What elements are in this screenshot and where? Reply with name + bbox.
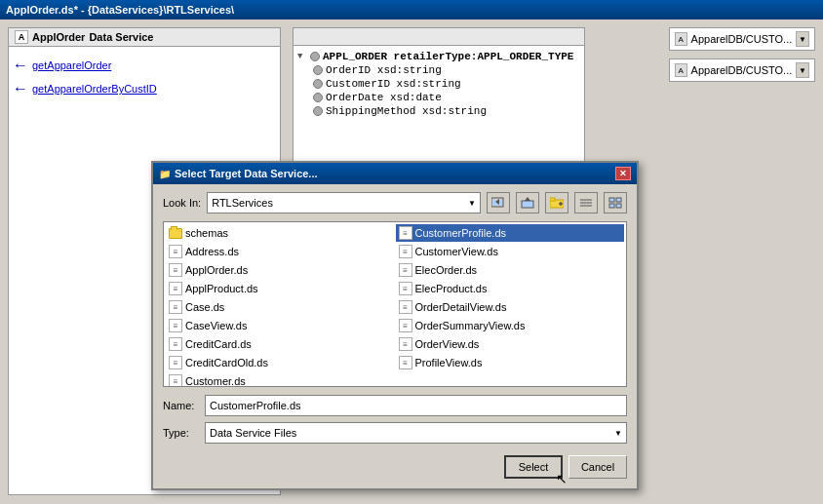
file-item[interactable]: OrderView.ds — [396, 335, 625, 353]
svg-rect-3 — [522, 201, 533, 208]
file-item[interactable]: CustomerView.ds — [396, 243, 625, 260]
select-btn-wrapper: Select ↖ — [504, 455, 563, 479]
dialog-title-left: 📁 Select Target Data Service... — [159, 168, 318, 179]
look-in-value: RTLServices — [212, 197, 273, 209]
ds-file-icon — [399, 263, 412, 277]
toolbar-btn-list[interactable] — [574, 192, 598, 213]
file-item[interactable]: schemas — [166, 224, 395, 242]
file-item[interactable]: Address.ds — [166, 243, 395, 260]
ds-file-icon — [399, 245, 412, 258]
ds-file-icon — [399, 337, 412, 351]
dialog-buttons: Select ↖ Cancel — [163, 453, 627, 481]
file-label: ApplOrder.ds — [185, 264, 248, 276]
file-label: ProfileView.ds — [415, 357, 483, 368]
file-item[interactable]: OrderSummaryView.ds — [396, 317, 625, 334]
ds-file-icon — [169, 374, 182, 387]
select-target-dialog: 📁 Select Target Data Service... ✕ Look I… — [151, 161, 639, 490]
file-label: ElecOrder.ds — [415, 264, 478, 276]
file-item[interactable]: ProfileView.ds — [396, 354, 625, 371]
file-label: CaseView.ds — [185, 320, 247, 331]
ds-file-icon — [169, 300, 182, 314]
file-label: CustomerProfile.ds — [415, 227, 507, 239]
file-area: schemasCustomerProfile.dsAddress.dsCusto… — [163, 221, 627, 387]
type-value: Data Service Files — [210, 427, 296, 439]
folder-icon — [169, 228, 182, 239]
file-item[interactable]: CaseView.ds — [166, 317, 395, 334]
file-label: OrderDetailView.ds — [415, 301, 507, 313]
ds-file-icon — [169, 263, 182, 277]
ds-file-icon — [399, 282, 412, 295]
ds-file-icon — [399, 300, 412, 314]
ds-file-icon — [399, 319, 412, 332]
file-item[interactable]: ApplOrder.ds — [166, 261, 395, 279]
file-label: ElecProduct.ds — [415, 283, 488, 294]
dialog-title-label: Select Target Data Service... — [175, 168, 318, 179]
svg-rect-6 — [550, 198, 555, 201]
ds-file-icon — [399, 226, 412, 240]
file-item[interactable]: Case.ds — [166, 298, 395, 316]
ds-file-icon — [169, 337, 182, 351]
look-in-arrow: ▼ — [468, 199, 476, 208]
type-label: Type: — [163, 427, 197, 439]
ds-file-icon — [169, 245, 182, 258]
look-in-label: Look In: — [163, 197, 201, 209]
file-item[interactable]: OrderDetailView.ds — [396, 298, 625, 316]
svg-rect-12 — [609, 198, 614, 202]
file-label: CreditCard.ds — [185, 338, 252, 350]
name-label: Name: — [163, 400, 197, 411]
toolbar-btn-new-folder[interactable] — [545, 192, 568, 213]
svg-marker-4 — [525, 197, 530, 201]
file-label: Customer.ds — [185, 375, 246, 387]
file-item[interactable]: CreditCard.ds — [166, 335, 395, 353]
dialog-title-bar: 📁 Select Target Data Service... ✕ — [153, 163, 637, 184]
ds-file-icon — [169, 282, 182, 295]
name-row: Name: — [163, 395, 627, 416]
type-dropdown[interactable]: Data Service Files ▼ — [205, 422, 627, 444]
file-label: OrderSummaryView.ds — [415, 320, 526, 331]
file-label: Case.ds — [185, 301, 224, 313]
title-bar-label: ApplOrder.ds* - {DataServices}\RTLServic… — [6, 4, 234, 16]
dialog-overlay: 📁 Select Target Data Service... ✕ Look I… — [0, 19, 823, 504]
file-label: ApplProduct.ds — [185, 283, 258, 294]
file-label: CreditCardOld.ds — [185, 357, 268, 368]
file-item[interactable]: CustomerProfile.ds — [396, 224, 625, 242]
cancel-button[interactable]: Cancel — [568, 455, 627, 479]
type-dropdown-arrow: ▼ — [614, 429, 622, 438]
ds-file-icon — [169, 356, 182, 369]
file-item[interactable]: Customer.ds — [166, 372, 395, 387]
file-item[interactable]: CreditCardOld.ds — [166, 354, 395, 371]
look-in-dropdown[interactable]: RTLServices ▼ — [207, 192, 481, 213]
toolbar-btn-details[interactable] — [604, 192, 627, 213]
look-in-row: Look In: RTLServices ▼ — [163, 192, 627, 213]
toolbar-btn-up[interactable] — [516, 192, 539, 213]
dialog-title-icon: 📁 — [159, 169, 171, 179]
svg-rect-15 — [616, 204, 621, 208]
toolbar-btn-back[interactable] — [487, 192, 510, 213]
file-item[interactable]: ElecProduct.ds — [396, 280, 625, 297]
svg-rect-14 — [609, 204, 614, 208]
type-row: Type: Data Service Files ▼ — [163, 422, 627, 444]
main-window: ApplOrder.ds* - {DataServices}\RTLServic… — [0, 0, 823, 504]
file-item[interactable]: ElecOrder.ds — [396, 261, 625, 279]
file-label: OrderView.ds — [415, 338, 480, 350]
file-label: CustomerView.ds — [415, 246, 498, 257]
select-button[interactable]: Select — [504, 455, 563, 479]
file-label: schemas — [185, 227, 228, 239]
dialog-body: Look In: RTLServices ▼ — [153, 184, 637, 488]
main-content: A ApplOrder Data Service ← getApparelOrd… — [0, 19, 823, 504]
ds-file-icon — [399, 356, 412, 369]
dialog-close-button[interactable]: ✕ — [615, 167, 631, 180]
ds-file-icon — [169, 319, 182, 332]
title-bar: ApplOrder.ds* - {DataServices}\RTLServic… — [0, 0, 823, 19]
name-input[interactable] — [205, 395, 627, 416]
file-item[interactable]: ApplProduct.ds — [166, 280, 395, 297]
file-label: Address.ds — [185, 246, 239, 257]
svg-rect-13 — [616, 198, 621, 202]
